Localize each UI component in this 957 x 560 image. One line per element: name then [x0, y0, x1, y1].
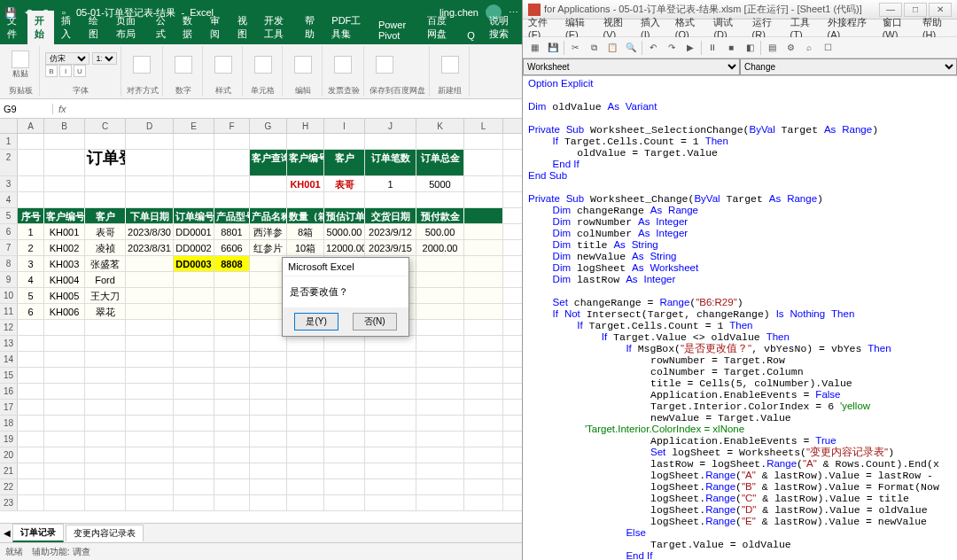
cell[interactable]	[324, 384, 365, 399]
cell[interactable]	[126, 463, 174, 478]
cell[interactable]: KH002	[44, 240, 85, 255]
paste-icon[interactable]: 📋	[604, 40, 620, 56]
sheet-nav-first-icon[interactable]: ◀	[4, 528, 11, 538]
cell[interactable]	[18, 320, 44, 335]
cell[interactable]	[464, 208, 503, 223]
bold-button[interactable]: B	[45, 65, 58, 77]
cell[interactable]	[365, 400, 416, 415]
cell[interactable]: KH004	[44, 272, 85, 287]
cell[interactable]	[214, 192, 250, 207]
cell[interactable]	[416, 336, 464, 351]
cell[interactable]: 1	[18, 224, 44, 239]
cell[interactable]	[464, 288, 503, 303]
cell[interactable]	[250, 432, 287, 447]
cell[interactable]	[214, 352, 250, 367]
sheet-tab-变更内容记录表[interactable]: 变更内容记录表	[66, 525, 144, 541]
cell[interactable]: 5000.00	[324, 224, 365, 239]
cell[interactable]: 凌祯	[85, 240, 126, 255]
ribbon-tab-说明搜索[interactable]: 说明搜索	[482, 11, 522, 44]
cell[interactable]	[174, 447, 214, 463]
select-all-corner[interactable]	[0, 119, 18, 133]
cell[interactable]: 王大刀	[85, 288, 126, 303]
cell[interactable]	[365, 432, 416, 447]
cell[interactable]	[287, 432, 324, 447]
cell[interactable]	[250, 447, 287, 463]
cell[interactable]	[464, 240, 503, 255]
cell[interactable]: 客户	[324, 150, 365, 175]
cell[interactable]	[174, 416, 214, 431]
cell[interactable]	[464, 336, 503, 351]
cell[interactable]	[85, 176, 126, 191]
cell[interactable]	[18, 416, 44, 431]
cell[interactable]: KH006	[44, 304, 85, 319]
group-button-7[interactable]	[328, 56, 358, 74]
object-dropdown[interactable]: Worksheet	[523, 58, 740, 75]
cell[interactable]: 预估订单金额	[324, 208, 365, 223]
cell[interactable]	[464, 304, 503, 319]
ribbon-tab-Power Pivot[interactable]: Power Pivot	[371, 16, 420, 44]
cell[interactable]	[287, 463, 324, 478]
cell[interactable]: KH001	[287, 176, 324, 191]
cut-icon[interactable]: ✂	[567, 40, 583, 56]
row-header-6[interactable]: 6	[0, 224, 18, 239]
vbe-menu-调试(D)[interactable]: 调试(D)	[713, 16, 743, 40]
cell[interactable]	[85, 320, 126, 335]
row-header-1[interactable]: 1	[0, 134, 18, 149]
ribbon-tab-Q[interactable]: Q	[460, 27, 482, 44]
cell[interactable]	[365, 416, 416, 431]
cell[interactable]	[365, 352, 416, 367]
cell[interactable]	[464, 256, 503, 271]
cell[interactable]	[324, 192, 365, 207]
cell[interactable]	[250, 368, 287, 383]
cell[interactable]	[126, 447, 174, 463]
project-icon[interactable]: ▤	[764, 40, 780, 56]
col-header-C[interactable]: C	[85, 119, 126, 133]
cell[interactable]	[365, 495, 416, 510]
col-header-A[interactable]: A	[18, 119, 44, 133]
cell[interactable]	[214, 479, 250, 494]
cell[interactable]	[214, 336, 250, 351]
cell[interactable]	[85, 447, 126, 463]
ribbon-tab-开始[interactable]: 开始	[27, 11, 55, 44]
vbe-menu-运行(R)[interactable]: 运行(R)	[752, 16, 782, 40]
cell[interactable]	[85, 479, 126, 494]
cell[interactable]	[416, 400, 464, 415]
col-header-H[interactable]: H	[287, 119, 324, 133]
cell[interactable]: 序号	[18, 208, 44, 223]
ribbon-tab-帮助[interactable]: 帮助	[298, 11, 325, 44]
cell[interactable]: 10箱	[287, 240, 324, 255]
cell[interactable]	[250, 134, 287, 149]
cell[interactable]	[174, 463, 214, 478]
cell[interactable]	[174, 432, 214, 447]
reset-icon[interactable]: ■	[723, 40, 739, 56]
ribbon-tab-开发工具[interactable]: 开发工具	[257, 11, 297, 44]
row-header-18[interactable]: 18	[0, 416, 18, 431]
cell[interactable]	[365, 134, 416, 149]
ribbon-tab-数据[interactable]: 数据	[175, 11, 203, 44]
cell[interactable]	[416, 479, 464, 494]
cell[interactable]	[126, 134, 174, 149]
italic-button[interactable]: I	[59, 65, 72, 77]
cell[interactable]	[464, 352, 503, 367]
cell[interactable]	[214, 400, 250, 415]
cell[interactable]	[126, 479, 174, 494]
cell[interactable]	[464, 272, 503, 287]
cell[interactable]	[214, 368, 250, 383]
cell[interactable]	[44, 134, 85, 149]
cell[interactable]	[44, 463, 85, 478]
cell[interactable]	[214, 495, 250, 510]
cell[interactable]	[214, 176, 250, 191]
cell[interactable]	[416, 272, 464, 287]
cell-reference-box[interactable]: G9	[0, 104, 53, 114]
vbe-menu-格式(O)[interactable]: 格式(O)	[675, 16, 705, 40]
cell[interactable]	[18, 400, 44, 415]
cell[interactable]	[464, 400, 503, 415]
cell[interactable]	[464, 479, 503, 494]
row-header-23[interactable]: 23	[0, 495, 18, 510]
cell[interactable]: 2023/8/31	[126, 240, 174, 255]
cell[interactable]	[464, 432, 503, 447]
cell[interactable]	[85, 134, 126, 149]
cell[interactable]	[18, 192, 44, 207]
cell[interactable]	[214, 320, 250, 335]
run-icon[interactable]: ▶	[682, 40, 698, 56]
